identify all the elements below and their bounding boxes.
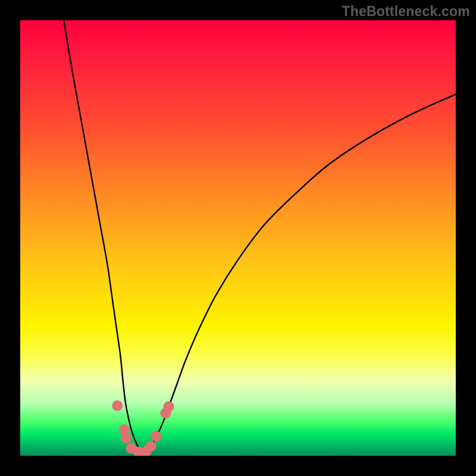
data-marker: [112, 400, 123, 411]
data-marker: [146, 441, 156, 452]
data-marker: [164, 401, 174, 412]
chart-frame: TheBottleneck.com: [0, 0, 476, 476]
watermark-text: TheBottleneck.com: [342, 4, 470, 20]
data-marker: [151, 431, 161, 441]
plot-area: [20, 20, 456, 456]
curve-layer: [20, 20, 456, 456]
curve-right-branch: [142, 94, 456, 451]
curve-left-branch: [64, 20, 142, 452]
data-marker: [121, 433, 131, 444]
